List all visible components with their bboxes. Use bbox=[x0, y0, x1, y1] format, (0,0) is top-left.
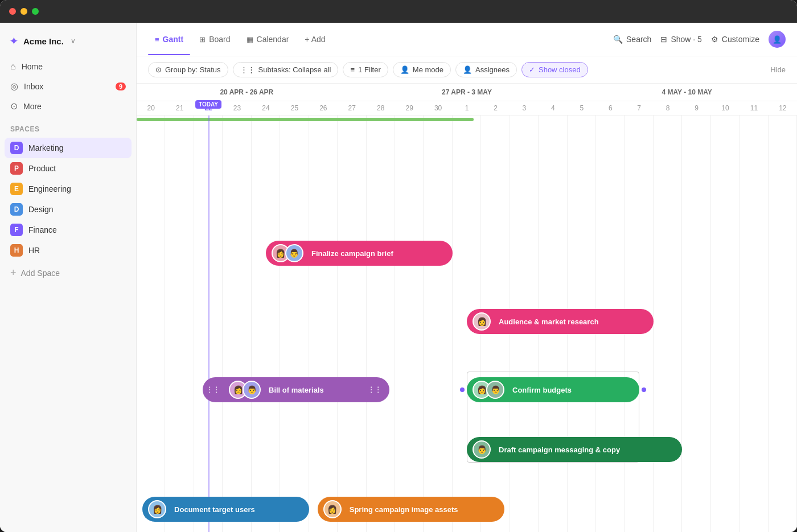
gantt-task-document-target-users[interactable]: 👩Document target users bbox=[142, 497, 309, 522]
me-mode-chip[interactable]: 👤 Me mode bbox=[393, 62, 451, 77]
search-button[interactable]: 🔍 Search bbox=[613, 35, 651, 44]
board-icon: ⊞ bbox=[199, 35, 206, 44]
subtasks-chip[interactable]: ⋮⋮ Subtasks: Collapse all bbox=[233, 62, 339, 77]
user-avatar[interactable]: 👤 bbox=[769, 31, 786, 48]
avatar: 👨 bbox=[486, 381, 504, 399]
task-avatars: 👨 bbox=[473, 440, 491, 459]
day-cell-24: 24 bbox=[252, 101, 280, 115]
sidebar-item-marketing[interactable]: D Marketing bbox=[5, 138, 132, 158]
week-label-3: 4 MAY - 10 MAY bbox=[577, 84, 797, 101]
day-cell-10: 10 bbox=[711, 101, 740, 115]
customize-icon: ⚙ bbox=[711, 35, 718, 44]
task-label: Spring campaign image assets bbox=[350, 505, 458, 514]
sidebar-item-home[interactable]: ⌂ Home bbox=[5, 57, 132, 76]
tab-gantt[interactable]: ≡ Gantt bbox=[148, 31, 190, 47]
calendar-icon: ▦ bbox=[247, 35, 253, 44]
grid-col-22 bbox=[769, 116, 797, 532]
day-cell-4: 4 bbox=[539, 101, 567, 115]
tab-calendar[interactable]: ▦ Calendar bbox=[240, 31, 296, 47]
grid-col-9 bbox=[395, 116, 424, 532]
search-label: Search bbox=[626, 35, 651, 44]
task-connector-dot-left bbox=[460, 387, 465, 392]
grid-col-7 bbox=[338, 116, 366, 532]
avatar: 👨 bbox=[285, 244, 303, 262]
sidebar-item-more[interactable]: ⊙ More bbox=[5, 96, 132, 116]
grid-col-19 bbox=[682, 116, 710, 532]
search-icon: 🔍 bbox=[613, 35, 623, 44]
sidebar-item-engineering[interactable]: E Engineering bbox=[5, 179, 132, 199]
minimize-button[interactable] bbox=[20, 8, 27, 15]
sidebar-nav: ⌂ Home ◎ Inbox 9 ⊙ More bbox=[0, 57, 136, 116]
space-avatar-finance: F bbox=[10, 224, 23, 236]
space-label-engineering: Engineering bbox=[28, 184, 71, 193]
group-by-chip[interactable]: ⊙ Group by: Status bbox=[148, 62, 228, 77]
avatar: 👩 bbox=[473, 312, 491, 331]
gantt-task-finalize-campaign-brief[interactable]: 👩👨Finalize campaign brief bbox=[266, 241, 453, 266]
space-label-product: Product bbox=[28, 164, 56, 173]
sidebar-item-label: More bbox=[23, 102, 42, 111]
grid-col-18 bbox=[654, 116, 682, 532]
gantt-task-bill-of-materials[interactable]: ⋮⋮👩👨Bill of materials⋮⋮ bbox=[203, 377, 389, 402]
gantt-task-confirm-budgets[interactable]: 👩👨Confirm budgets bbox=[467, 377, 639, 402]
day-cell-11: 11 bbox=[740, 101, 768, 115]
assignees-chip[interactable]: 👤 Assignees bbox=[455, 62, 517, 77]
task-label: Finalize campaign brief bbox=[311, 249, 393, 258]
plus-icon: + bbox=[10, 267, 17, 279]
assignees-label: Assignees bbox=[475, 65, 510, 74]
add-view-button[interactable]: + Add bbox=[298, 31, 332, 47]
gantt-task-draft-campaign-messaging[interactable]: 👨Draft campaign messaging & copy bbox=[467, 437, 682, 462]
day-cell-23: 23 bbox=[223, 101, 251, 115]
group-by-icon: ⊙ bbox=[155, 65, 162, 74]
filter-chip[interactable]: ≡ 1 Filter bbox=[343, 62, 388, 77]
tab-board[interactable]: ⊞ Board bbox=[192, 31, 237, 47]
avatar: 👨 bbox=[243, 381, 261, 399]
day-cell-3: 3 bbox=[510, 101, 539, 115]
task-avatars: 👩👨 bbox=[272, 244, 303, 262]
drag-handle-left-icon[interactable]: ⋮⋮ bbox=[206, 386, 220, 394]
add-space-label: Add Space bbox=[21, 269, 60, 278]
maximize-button[interactable] bbox=[32, 8, 39, 15]
task-avatars: 👩 bbox=[473, 312, 491, 331]
sidebar-item-inbox[interactable]: ◎ Inbox 9 bbox=[5, 76, 132, 96]
show-closed-chip[interactable]: ✓ Show closed bbox=[521, 62, 588, 77]
titlebar bbox=[0, 0, 797, 23]
drag-handle-right-icon[interactable]: ⋮⋮ bbox=[368, 386, 381, 394]
add-space-button[interactable]: + Add Space bbox=[5, 263, 132, 283]
window-controls bbox=[9, 8, 39, 15]
today-line bbox=[208, 116, 209, 532]
close-button[interactable] bbox=[9, 8, 16, 15]
task-label: Draft campaign messaging & copy bbox=[499, 446, 620, 454]
tab-label-board: Board bbox=[209, 35, 230, 44]
brand[interactable]: ✦ Acme Inc. ∨ bbox=[0, 30, 136, 57]
grid-col-4 bbox=[252, 116, 280, 532]
day-labels: 202122TODAY23242526272829301234567891011… bbox=[137, 101, 797, 116]
task-label: Audience & market research bbox=[499, 317, 599, 326]
space-avatar-hr: H bbox=[10, 244, 23, 257]
grid-col-10 bbox=[424, 116, 452, 532]
week-labels: 20 APR - 26 APR 27 APR - 3 MAY 4 MAY - 1… bbox=[137, 84, 797, 101]
day-cell-30: 30 bbox=[424, 101, 452, 115]
subtasks-icon: ⋮⋮ bbox=[240, 65, 255, 74]
sidebar-item-design[interactable]: D Design bbox=[5, 199, 132, 220]
sidebar-item-product[interactable]: P Product bbox=[5, 158, 132, 179]
task-label: Bill of materials bbox=[269, 386, 324, 394]
sidebar-item-hr[interactable]: H HR bbox=[5, 240, 132, 261]
grid-col-0 bbox=[137, 116, 165, 532]
filter-icon: ≡ bbox=[350, 65, 355, 74]
customize-button[interactable]: ⚙ Customize bbox=[711, 35, 759, 44]
customize-label: Customize bbox=[722, 35, 759, 44]
task-avatars: 👩👨 bbox=[473, 381, 504, 399]
gantt-task-audience-market-research[interactable]: 👩Audience & market research bbox=[467, 309, 654, 334]
more-icon: ⊙ bbox=[10, 101, 18, 112]
filter-bar: ⊙ Group by: Status ⋮⋮ Subtasks: Collapse… bbox=[137, 56, 797, 84]
show-button[interactable]: ⊟ Show · 5 bbox=[660, 35, 701, 44]
gantt-task-spring-campaign-image-assets[interactable]: 👩Spring campaign image assets bbox=[318, 497, 504, 522]
avatar: 👩 bbox=[323, 500, 342, 518]
me-mode-label: Me mode bbox=[413, 65, 443, 74]
top-actions: 🔍 Search ⊟ Show · 5 ⚙ Customize 👤 bbox=[613, 31, 786, 48]
day-cell-1: 1 bbox=[453, 101, 481, 115]
hide-button[interactable]: Hide bbox=[770, 65, 786, 74]
sidebar-item-finance[interactable]: F Finance bbox=[5, 220, 132, 240]
space-label-design: Design bbox=[28, 205, 54, 214]
app-window: ✦ Acme Inc. ∨ ⌂ Home ◎ Inbox 9 ⊙ More bbox=[0, 0, 797, 532]
